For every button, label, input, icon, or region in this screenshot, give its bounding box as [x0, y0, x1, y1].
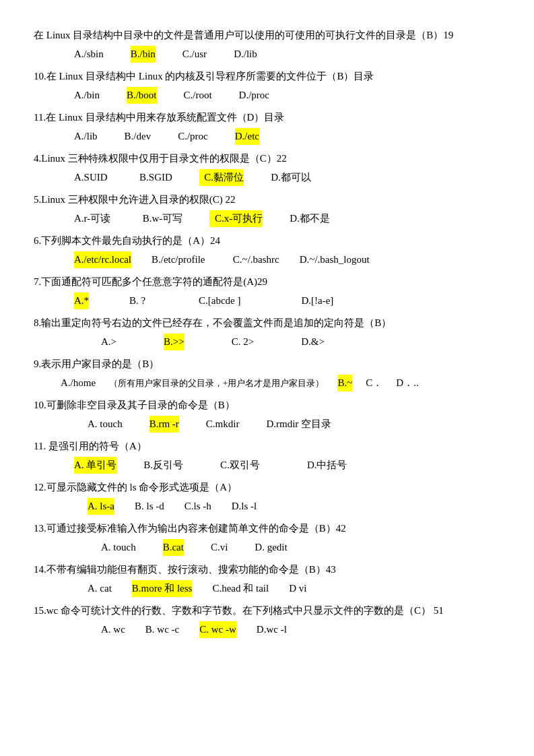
option-c: C. wc -w — [199, 621, 236, 639]
option-b: B.rm -r — [149, 416, 179, 433]
option-c: C./proc — [178, 128, 208, 146]
option-a: A./lib — [74, 128, 98, 146]
option-d: D./lib — [234, 46, 257, 63]
option-c: C． — [366, 375, 382, 392]
question-11b-text: 11. 是强引用的符号（A） — [34, 438, 500, 455]
option-a: A.r-可读 — [74, 210, 110, 228]
question-15-options: A. wc B. wc -c C. wc -w D.wc -l — [101, 621, 500, 639]
question-8-options: A.> B.>> C. 2> D.&> — [101, 334, 500, 351]
option-d: D.中括号 — [287, 457, 347, 474]
question-8: 8.输出重定向符号右边的文件已经存在，不会覆盖文件而是追加的定向符是（B） A.… — [34, 315, 500, 350]
question-14: 14.不带有编辑功能但有翻页、按行滚动、搜索功能的命令是（B）43 A. cat… — [34, 561, 500, 597]
question-9-text: 9.表示用户家目录的是（B） — [34, 356, 500, 373]
question-8-text: 8.输出重定向符号右边的文件已经存在，不会覆盖文件而是追加的定向符是（B） — [34, 315, 500, 332]
question-13-text: 13.可通过接受标准输入作为输出内容来创建简单文件的命令是（B）42 — [34, 520, 500, 538]
option-a: A./home — [61, 375, 96, 392]
question-5: 5.Linux 三种权限中允许进入目录的权限(C) 22 A.r-可读 B.w-… — [34, 191, 500, 227]
question-4-text: 4.Linux 三种特殊权限中仅用于目录文件的权限是（C）22 — [34, 150, 500, 168]
option-a: A.> — [101, 334, 116, 351]
option-b: B.cat — [163, 539, 184, 557]
option-c: C.黏滞位 — [199, 169, 244, 187]
question-12-options: A. ls-a B. ls -d C.ls -h D.ls -l — [88, 498, 500, 515]
option-d: D./etc — [235, 128, 259, 146]
option-a: A. 单引号 — [74, 457, 116, 474]
option-d: D.wc -l — [257, 621, 287, 639]
question-intro: 在 Linux 目录结构中目录中的文件是普通用户可以使用的可使用的可执行文件的目… — [34, 27, 500, 63]
option-a: A. touch — [101, 539, 136, 557]
option-a: A.SUID — [74, 169, 108, 187]
option-d: D./proc — [239, 87, 269, 104]
question-15-text: 15.wc 命令可统计文件的行数、字数和字节数。在下列格式中只显示文件的字数的是… — [34, 602, 500, 620]
question-15: 15.wc 命令可统计文件的行数、字数和字节数。在下列格式中只显示文件的字数的是… — [34, 602, 500, 638]
option-c: C.vi — [211, 539, 228, 557]
option-d: D.&> — [301, 334, 325, 351]
option-b: B./boot — [127, 87, 157, 104]
question-7-text: 7.下面通配符可匹配多个任意意字符的通配符是(A)29 — [34, 274, 500, 291]
question-4: 4.Linux 三种特殊权限中仅用于目录文件的权限是（C）22 A.SUID B… — [34, 150, 500, 186]
question-13: 13.可通过接受标准输入作为输出内容来创建简单文件的命令是（B）42 A. to… — [34, 520, 500, 556]
option-b: B.SGID — [135, 169, 172, 187]
question-7-options: A.* B. ? C.[abcde ] D.[!a-e] — [74, 292, 500, 310]
option-c: C.ls -h — [185, 498, 211, 515]
option-a: A. ls-a — [88, 498, 114, 515]
question-12: 12.可显示隐藏文件的 ls 命令形式选项是（A） A. ls-a B. ls … — [34, 479, 500, 515]
question-13-options: A. touch B.cat C.vi D. gedit — [101, 539, 500, 557]
option-b: B./bin — [131, 46, 156, 63]
option-a: A. wc — [101, 621, 125, 639]
option-c: C.[abcde ] — [186, 292, 240, 310]
option-d: D.[!a-e] — [281, 292, 333, 310]
question-11b-options: A. 单引号 B.反引号 C.双引号 D.中括号 — [74, 457, 500, 474]
option-a: A./sbin — [74, 46, 104, 63]
option-d: D vi — [289, 580, 306, 598]
option-c: C. 2> — [232, 334, 254, 351]
question-10b-text: 10.可删除非空目录及其子目录的命令是（B） — [34, 397, 500, 414]
question-9-options: A./home （所有用户家目录的父目录，+用户名才是用户家目录） B.~ C．… — [61, 375, 500, 392]
question-intro-options: A./sbin B./bin C./usr D./lib — [74, 46, 500, 63]
option-a: A. touch — [88, 416, 123, 433]
question-11-text: 11.在 Linux 目录结构中用来存放系统配置文件（D）目录 — [34, 109, 500, 127]
question-9: 9.表示用户家目录的是（B） A./home （所有用户家目录的父目录，+用户名… — [34, 356, 500, 391]
option-d: D.ls -l — [232, 498, 257, 515]
option-b: B./etc/profile — [152, 251, 205, 269]
option-c: C./root — [184, 87, 212, 104]
option-b: B./dev — [125, 128, 152, 146]
question-5-options: A.r-可读 B.w-可写 C.x-可执行 D.都不是 — [74, 210, 500, 228]
option-c: C.mkdir — [206, 416, 240, 433]
question-7: 7.下面通配符可匹配多个任意意字符的通配符是(A)29 A.* B. ? C.[… — [34, 274, 500, 309]
option-c: C./usr — [182, 46, 207, 63]
question-intro-text: 在 Linux 目录结构中目录中的文件是普通用户可以使用的可使用的可执行文件的目… — [34, 27, 500, 44]
question-6-options: A./etc/rc.local B./etc/profile C.~/.bash… — [74, 251, 500, 269]
question-11b: 11. 是强引用的符号（A） A. 单引号 B.反引号 C.双引号 D.中括号 — [34, 438, 500, 474]
question-11: 11.在 Linux 目录结构中用来存放系统配置文件（D）目录 A./lib B… — [34, 109, 500, 145]
question-12-text: 12.可显示隐藏文件的 ls 命令形式选项是（A） — [34, 479, 500, 497]
question-14-options: A. cat B.more 和 less C.head 和 tail D vi — [88, 580, 500, 598]
question-10b: 10.可删除非空目录及其子目录的命令是（B） A. touch B.rm -r … — [34, 397, 500, 433]
option-c: C.x-可执行 — [209, 210, 263, 228]
option-d: D. gedit — [255, 539, 287, 557]
question-10-options: A./bin B./boot C./root D./proc — [74, 87, 500, 104]
option-b: B.>> — [164, 334, 185, 351]
option-d: D．.. — [396, 375, 418, 392]
option-b: B.more 和 less — [132, 580, 193, 598]
question-6: 6.下列脚本文件最先自动执行的是（A）24 A./etc/rc.local B.… — [34, 232, 500, 268]
question-4-options: A.SUID B.SGID C.黏滞位 D.都可以 — [74, 169, 500, 187]
option-a: A./bin — [74, 87, 100, 104]
option-a: A.* — [74, 292, 89, 310]
option-b: B.反引号 — [143, 457, 183, 474]
page-content: 在 Linux 目录结构中目录中的文件是普通用户可以使用的可使用的可执行文件的目… — [34, 27, 500, 638]
option-b: B.w-可写 — [137, 210, 182, 228]
option-a: A./etc/rc.local — [74, 251, 131, 269]
option-a: A. cat — [88, 580, 112, 598]
option-b: B.~ — [337, 375, 352, 392]
option-b: B. ? — [129, 292, 145, 310]
option-c: C.双引号 — [210, 457, 260, 474]
question-10-text: 10.在 Linux 目录结构中 Linux 的内核及引导程序所需要的文件位于（… — [34, 68, 500, 86]
question-10: 10.在 Linux 目录结构中 Linux 的内核及引导程序所需要的文件位于（… — [34, 68, 500, 104]
option-d: D.~/.bash_logout — [300, 251, 370, 269]
option-d: D.都可以 — [271, 169, 311, 187]
option-b: B. wc -c — [145, 621, 179, 639]
option-d: D.都不是 — [290, 210, 330, 228]
option-b: B. ls -d — [135, 498, 164, 515]
option-c: C.~/.bashrc — [226, 251, 279, 269]
question-6-text: 6.下列脚本文件最先自动执行的是（A）24 — [34, 232, 500, 250]
